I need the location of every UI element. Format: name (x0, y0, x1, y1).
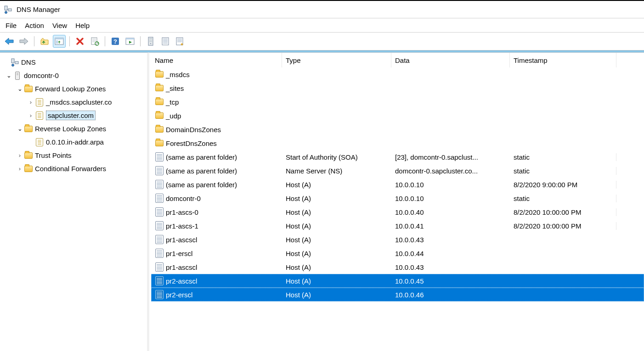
cell-name-text: pr1-ascscl (166, 236, 197, 244)
tree-label: _msdcs.sapcluster.co (46, 98, 112, 106)
cell-type: Host (A) (282, 250, 391, 257)
back-button[interactable] (3, 35, 16, 48)
expand-icon[interactable]: › (27, 112, 35, 119)
main-area: DNS ⌄ domcontr-0 ⌄ Forward Lookup Zones … (0, 52, 644, 351)
cell-type: Host (A) (282, 263, 391, 271)
expand-icon[interactable]: › (27, 99, 35, 106)
list-row[interactable]: pr1-ascsclHost (A)10.0.0.43 (151, 260, 644, 274)
list-body: _msdcs_sites_tcp_udpDomainDnsZonesForest… (149, 67, 644, 351)
list-row[interactable]: _tcp (151, 95, 644, 109)
cell-type: Host (A) (282, 236, 391, 244)
tree-root-dns[interactable]: DNS (0, 56, 147, 69)
cell-name-text: DomainDnsZones (166, 126, 221, 134)
delete-button[interactable] (73, 35, 86, 48)
new-record-button[interactable] (174, 35, 186, 48)
list-row[interactable]: (same as parent folder)Host (A)10.0.0.10… (151, 178, 644, 191)
cell-type: Host (A) (282, 222, 391, 230)
list-row[interactable]: (same as parent folder)Name Server (NS)d… (151, 164, 644, 178)
list-row[interactable]: pr1-ersclHost (A)10.0.0.44 (151, 246, 644, 260)
cell-name-text: pr1-ascs-0 (166, 208, 198, 216)
dns-root-icon (10, 58, 19, 67)
expand-icon[interactable]: › (16, 165, 24, 172)
expand-icon[interactable]: › (16, 152, 24, 159)
cell-name-text: _udp (166, 112, 181, 120)
svg-rect-8 (56, 40, 58, 44)
forward-button[interactable] (17, 35, 30, 48)
list-row[interactable]: pr2-ersclHost (A)10.0.0.46 (151, 288, 644, 301)
svg-point-22 (182, 44, 182, 45)
cell-name: DomainDnsZones (151, 125, 282, 134)
svg-rect-1 (8, 9, 11, 11)
column-header-timestamp[interactable]: Timestamp (510, 53, 616, 67)
cell-name: ForestDnsZones (151, 139, 282, 148)
column-header-type[interactable]: Type (282, 53, 391, 67)
server-icon (13, 71, 22, 80)
list-row[interactable]: pr2-ascsclHost (A)10.0.0.45 (151, 274, 644, 288)
cell-name: pr1-ascscl (151, 235, 282, 244)
collapse-icon[interactable]: ⌄ (5, 72, 13, 79)
list-row[interactable]: domcontr-0Host (A)10.0.0.10static (151, 191, 644, 205)
cell-name-text: pr1-erscl (166, 250, 192, 257)
cell-data: 10.0.0.41 (391, 222, 510, 230)
cell-type: Host (A) (282, 291, 391, 299)
list-row[interactable]: pr1-ascs-0Host (A)10.0.0.408/2/2020 10:0… (151, 205, 644, 219)
collapse-icon[interactable]: ⌄ (16, 85, 24, 92)
cell-timestamp: static (510, 167, 616, 175)
list-row[interactable]: pr1-ascsclHost (A)10.0.0.43 (151, 233, 644, 246)
collapse-icon[interactable]: ⌄ (16, 125, 24, 132)
toolbar: ? (0, 32, 644, 50)
list-row[interactable]: _udp (151, 109, 644, 123)
svg-point-25 (12, 64, 14, 66)
app-icon (4, 6, 12, 14)
cell-data: 10.0.0.10 (391, 195, 510, 202)
up-folder-button[interactable] (38, 35, 51, 48)
cell-name-text: ForestDnsZones (166, 139, 217, 147)
list-row[interactable]: DomainDnsZones (151, 123, 644, 136)
help-button[interactable]: ? (109, 35, 122, 48)
cell-name-text: (same as parent folder) (166, 153, 237, 161)
menu-view[interactable]: View (52, 22, 67, 29)
list-row[interactable]: (same as parent folder)Start of Authorit… (151, 150, 644, 164)
tree-server[interactable]: ⌄ domcontr-0 (0, 69, 147, 82)
zone-icon (35, 98, 44, 107)
record-icon (155, 235, 164, 244)
cell-type: Host (A) (282, 195, 391, 202)
menu-action[interactable]: Action (25, 22, 44, 29)
svg-text:?: ? (113, 38, 117, 45)
list-row[interactable]: _sites (151, 81, 644, 95)
cell-type: Host (A) (282, 181, 391, 189)
svg-rect-0 (5, 6, 7, 10)
list-row[interactable]: ForestDnsZones (151, 136, 644, 150)
tree-pane: DNS ⌄ domcontr-0 ⌄ Forward Lookup Zones … (0, 52, 149, 351)
tree-conditional-forwarders[interactable]: › Conditional Forwarders (0, 162, 147, 175)
tree-flz[interactable]: ⌄ Forward Lookup Zones (0, 82, 147, 95)
svg-rect-20 (162, 38, 169, 45)
list-button[interactable] (159, 35, 172, 48)
folder-icon (24, 164, 33, 173)
tree-trust-points[interactable]: › Trust Points (0, 149, 147, 162)
refresh-button[interactable] (88, 35, 101, 48)
toolbar-separator (105, 36, 105, 46)
cell-name: pr1-ascs-1 (151, 221, 282, 230)
tree-zone-arpa[interactable]: 0.0.10.in-addr.arpa (0, 135, 147, 149)
list-row[interactable]: _msdcs (151, 67, 644, 81)
server-button[interactable] (144, 35, 157, 48)
list-row[interactable]: pr1-ascs-1Host (A)10.0.0.418/2/2020 10:0… (151, 219, 644, 233)
menu-file[interactable]: File (6, 22, 17, 29)
folder-icon (155, 70, 164, 79)
column-header-data[interactable]: Data (391, 53, 510, 67)
record-icon (155, 207, 164, 217)
action-pane-button[interactable] (124, 35, 136, 48)
folder-icon (24, 151, 33, 160)
cell-timestamp: 8/2/2020 9:00:00 PM (510, 181, 616, 189)
cell-data: 10.0.0.43 (391, 236, 510, 244)
show-hide-tree-button[interactable] (53, 35, 66, 48)
column-header-name[interactable]: Name (151, 53, 282, 67)
tree-zone-sapcluster[interactable]: › sapcluster.com (0, 109, 147, 122)
menu-help[interactable]: Help (75, 22, 90, 29)
tree-zone-msdcs[interactable]: › _msdcs.sapcluster.co (0, 95, 147, 109)
tree-rlz[interactable]: ⌄ Reverse Lookup Zones (0, 122, 147, 135)
cell-type: Host (A) (282, 277, 391, 285)
toolbar-separator (34, 36, 34, 46)
cell-name-text: domcontr-0 (166, 195, 201, 202)
